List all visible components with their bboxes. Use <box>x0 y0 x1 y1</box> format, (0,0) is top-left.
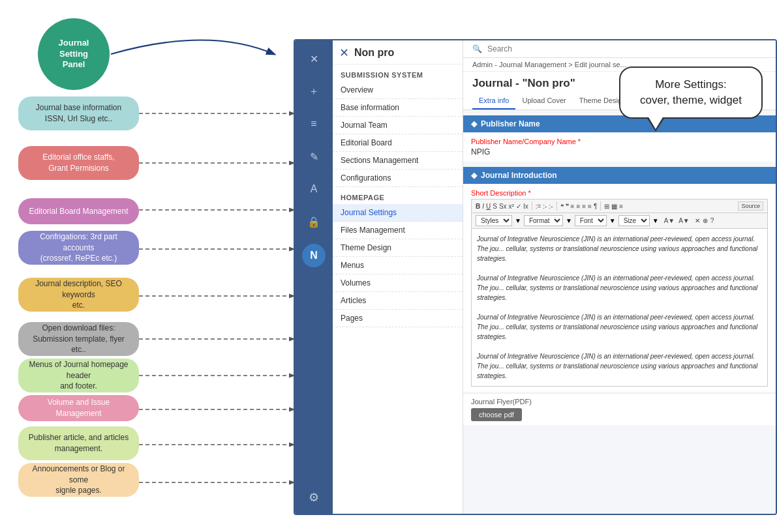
editor-toolbar: B I U S Sx x² ✓ Ix := :- :- ❝ ❞ ≡ ≡ ≡ ≡ … <box>471 199 768 213</box>
toolbar-align-j[interactable]: ≡ <box>588 203 592 210</box>
nav-menus[interactable]: Menus <box>333 257 463 274</box>
tab-upload-cover[interactable]: Upload Cover <box>515 93 572 110</box>
nav-journal-settings[interactable]: Journal Settings <box>333 204 463 222</box>
nav-files-management[interactable]: Files Management <box>333 222 463 239</box>
label-editorial-board: Editorial Board Management <box>18 198 139 224</box>
label-menus: Menus of Journal homepage headerand foot… <box>18 359 139 392</box>
journal-setting-circle: Journal Setting Panel <box>38 18 110 90</box>
separator1 <box>532 201 532 211</box>
editor-para-1: Journal of Integrative Neuroscience (JIN… <box>477 234 762 263</box>
nav-volumes[interactable]: Volumes <box>333 274 463 292</box>
sidebar-icon-lock[interactable]: 🔒 <box>303 211 324 232</box>
nav-editorial-board[interactable]: Editorial Board <box>333 134 463 152</box>
x-icon: ✕ <box>339 46 349 60</box>
toolbar-x2[interactable]: x² <box>509 203 514 210</box>
help[interactable]: ? <box>710 217 714 224</box>
journal-setting-label: Journal Setting Panel <box>59 38 89 71</box>
label-configurations: Confrigations: 3rd part accounts(crossre… <box>18 231 139 265</box>
publisher-label-text: Publisher Name/Company Name <box>471 138 576 145</box>
toolbar-s[interactable]: S <box>493 203 497 210</box>
flyer-upload-button[interactable]: choose pdf <box>471 408 522 421</box>
flyer-section: Journal Flyer(PDF) choose pdf <box>463 393 776 425</box>
font-select[interactable]: Font <box>575 215 607 226</box>
sidebar-icon-plus[interactable]: ＋ <box>303 81 324 102</box>
toolbar-i[interactable]: I <box>482 203 484 210</box>
subscript[interactable]: ⊕ <box>703 217 708 224</box>
publisher-form-area: Publisher Name/Company Name * NPIG <box>463 132 776 162</box>
required-star-2: * <box>528 189 530 197</box>
editor-para-2: Journal of Integrative Neuroscience (JIN… <box>477 273 762 303</box>
diamond-icon: ◆ <box>471 119 477 128</box>
nav-base-info[interactable]: Base information <box>333 99 463 117</box>
toolbar-para[interactable]: ¶ <box>594 203 597 210</box>
toolbar-align-r[interactable]: ≡ <box>582 203 586 210</box>
sidebar-icon-x[interactable]: ✕ <box>303 48 324 69</box>
sidebar: ✕ ＋ ≡ ✎ A 🔒 N ⚙ <box>295 40 333 514</box>
nav-title-submission: SUBMISSION SYSTEM <box>333 65 463 81</box>
styles-select[interactable]: Styles <box>476 215 512 226</box>
sidebar-gear-icon[interactable]: ⚙ <box>309 490 319 505</box>
nav-journal-team[interactable]: Journal Team <box>333 117 463 134</box>
short-desc-label-text: Short Description <box>471 189 526 197</box>
sidebar-n-button[interactable]: N <box>302 244 326 267</box>
publisher-value[interactable]: NPIG <box>471 147 768 156</box>
intro-section-header: ◆ Journal Introduction <box>463 167 776 184</box>
nav-overview[interactable]: Overview <box>333 81 463 99</box>
label-journal-desc: Journal description, SEO keywordsetc. <box>18 278 139 312</box>
toolbar-img[interactable]: ⊞ <box>604 203 609 210</box>
publisher-label: Publisher Name/Company Name * <box>471 138 768 145</box>
size-arrow: ▼ <box>652 217 659 224</box>
style-arrow: ▼ <box>515 217 521 224</box>
separator3 <box>600 201 601 211</box>
nav-articles[interactable]: Articles <box>333 292 463 310</box>
speech-bubble: More Settings: cover, theme, widget <box>619 66 763 119</box>
toolbar-align-l[interactable]: ≡ <box>571 203 575 210</box>
label-open-download: Open download files:Submission template,… <box>18 322 139 356</box>
format-arrow: ▼ <box>566 217 572 224</box>
toolbar-align-c[interactable]: ≡ <box>576 203 580 210</box>
label-editorial-office: Editorial office staffs,Grant Permisions <box>18 146 139 180</box>
speech-bubble-text: More Settings: cover, theme, widget <box>640 78 742 106</box>
search-label: Search <box>487 44 512 53</box>
toolbar-check[interactable]: ✓ <box>516 203 521 210</box>
toolbar-quote2[interactable]: ❞ <box>566 203 569 210</box>
nav-sections[interactable]: Sections Management <box>333 152 463 170</box>
style-row: Styles ▼ Format ▼ Font ▼ Size ▼ A▼ A▼ ✕ … <box>471 213 768 229</box>
format-select[interactable]: Format <box>524 215 563 226</box>
search-bar-area: 🔍 Search <box>463 40 776 58</box>
sidebar-icon-edit[interactable]: ✎ <box>303 146 324 167</box>
editor-para-4: Journal of Integrative Neuroscience (JIN… <box>477 351 762 381</box>
format-more[interactable]: ✕ <box>695 217 700 224</box>
toolbar-ix[interactable]: Ix <box>523 203 528 210</box>
toolbar-u[interactable]: U <box>486 203 491 210</box>
toolbar-ol[interactable]: := <box>536 203 541 210</box>
font-arrow: ▼ <box>609 217 616 224</box>
toolbar-source[interactable]: Source <box>738 201 763 211</box>
intro-form-area: Short Description * B I U S Sx x² ✓ Ix :… <box>463 184 776 392</box>
separator2 <box>556 201 557 211</box>
short-desc-label: Short Description * <box>471 189 768 197</box>
toolbar-ul[interactable]: :- <box>543 203 547 210</box>
nav-pages[interactable]: Pages <box>333 310 463 327</box>
sidebar-icon-list[interactable]: ≡ <box>303 113 324 134</box>
sidebar-icon-a[interactable]: A <box>303 179 324 200</box>
intro-section-title: Journal Introduction <box>481 171 557 180</box>
nav-configurations[interactable]: Configurations <box>333 170 463 187</box>
label-publisher-article: Publisher article, and articlesmanagemen… <box>18 426 139 460</box>
editor-content[interactable]: Journal of Integrative Neuroscience (JIN… <box>471 229 768 387</box>
tab-extra-info[interactable]: Extra info <box>472 93 515 110</box>
color-a[interactable]: A▼ <box>664 217 675 224</box>
label-volume-issue: Volume and Issue Management <box>18 395 139 421</box>
size-select[interactable]: Size <box>618 215 650 226</box>
diamond-icon-2: ◆ <box>471 171 477 180</box>
required-star: * <box>578 138 581 145</box>
nav-theme-design[interactable]: Theme Design <box>333 239 463 257</box>
bg-a[interactable]: A▼ <box>678 217 690 224</box>
toolbar-more[interactable]: ≡ <box>619 203 623 210</box>
toolbar-b[interactable]: B <box>476 203 480 210</box>
toolbar-sx[interactable]: Sx <box>499 203 507 210</box>
toolbar-quote[interactable]: ❝ <box>560 203 564 210</box>
toolbar-table[interactable]: ▦ <box>611 203 617 210</box>
toolbar-indent[interactable]: :- <box>549 203 553 210</box>
publisher-section-title: Publisher Name <box>481 119 540 128</box>
